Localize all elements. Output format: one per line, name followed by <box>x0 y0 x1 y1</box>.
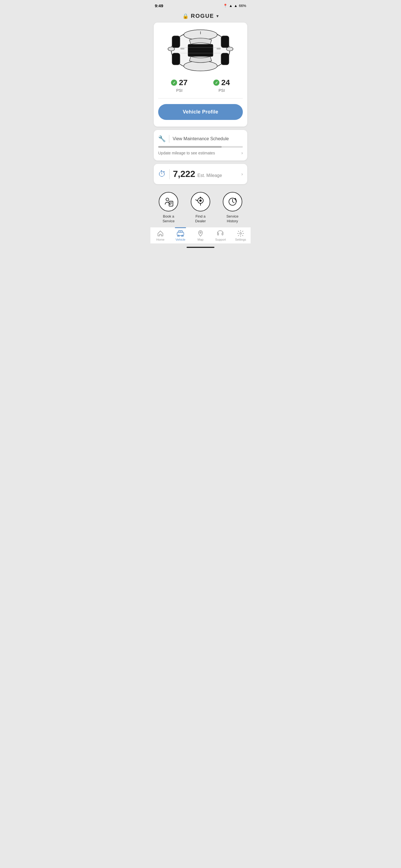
svg-rect-7 <box>172 36 180 48</box>
location-icon: 📍 <box>223 4 228 8</box>
settings-icon <box>237 230 244 237</box>
quick-actions: Book aService Find aDealer <box>150 187 251 227</box>
svg-rect-34 <box>218 233 219 235</box>
book-service-label: Book aService <box>163 214 175 224</box>
speedometer-icon: ⏱ <box>158 169 166 179</box>
car-top-view <box>164 28 237 72</box>
find-dealer-label: Find aDealer <box>195 214 206 224</box>
svg-point-22 <box>199 199 202 202</box>
svg-rect-15 <box>217 48 221 49</box>
map-icon <box>197 230 204 237</box>
svg-rect-32 <box>179 231 181 232</box>
maintenance-title: View Maintenance Schedule <box>173 136 243 141</box>
service-history-icon <box>228 197 237 207</box>
nav-active-indicator <box>175 227 186 228</box>
svg-rect-35 <box>222 233 223 235</box>
nav-support-label: Support <box>215 238 226 241</box>
svg-point-30 <box>178 235 179 237</box>
chevron-down-icon[interactable]: ▾ <box>217 13 219 19</box>
wrench-icon: 🔧 <box>158 135 166 143</box>
nav-settings[interactable]: Settings <box>231 230 251 241</box>
left-tire-check-icon: ✓ <box>171 80 177 86</box>
right-tire-unit: PSI <box>219 88 225 93</box>
left-tire-reading: ✓ 27 PSI <box>171 78 188 93</box>
service-history-action[interactable]: ServiceHistory <box>223 192 242 224</box>
mileage-card[interactable]: ⏱ 7,222 Est. Mileage › <box>154 164 247 184</box>
maintenance-card[interactable]: 🔧 View Maintenance Schedule Update milea… <box>154 130 247 160</box>
nav-home[interactable]: Home <box>150 230 170 241</box>
vehicle-name: ROGUE <box>191 13 214 19</box>
vehicle-icon <box>176 230 184 237</box>
svg-marker-24 <box>199 197 202 198</box>
progress-bar-background <box>158 146 243 148</box>
svg-point-16 <box>166 198 169 201</box>
find-dealer-circle <box>191 192 210 211</box>
home-bar <box>187 247 214 248</box>
wifi-icon: ▲ <box>229 4 232 8</box>
scroll-area: ✓ 27 PSI ✓ 24 PSI Vehicle Profile 🔧 View… <box>150 23 251 187</box>
right-tire-reading: ✓ 24 PSI <box>213 78 230 93</box>
svg-rect-10 <box>221 53 229 65</box>
service-history-label: ServiceHistory <box>226 214 238 224</box>
card-divider <box>158 98 243 98</box>
chevron-right-icon: › <box>241 151 243 156</box>
svg-point-36 <box>240 232 241 234</box>
maintenance-progress <box>158 146 243 148</box>
vehicle-profile-button[interactable]: Vehicle Profile <box>158 104 243 120</box>
maintenance-note: Update mileage to see estimates <box>158 151 215 155</box>
vehicle-card: ✓ 27 PSI ✓ 24 PSI Vehicle Profile <box>154 23 247 127</box>
header: 🔒 ROGUE ▾ <box>150 10 251 23</box>
find-dealer-action[interactable]: Find aDealer <box>191 192 210 224</box>
book-service-circle <box>159 192 178 211</box>
home-icon <box>157 230 164 237</box>
nav-home-label: Home <box>156 238 164 241</box>
right-tire-value: 24 <box>221 78 230 87</box>
nav-map[interactable]: Map <box>191 230 210 241</box>
nav-vehicle[interactable]: Vehicle <box>170 230 191 241</box>
status-icons: 📍 ▲ ▲ 66% <box>223 4 246 8</box>
book-service-icon <box>164 197 173 207</box>
support-icon <box>217 230 224 237</box>
vertical-divider <box>169 135 169 143</box>
progress-bar-fill <box>158 146 222 148</box>
nav-map-label: Map <box>197 238 203 241</box>
nav-vehicle-label: Vehicle <box>175 238 185 241</box>
tire-pressure-info: ✓ 27 PSI ✓ 24 PSI <box>158 78 243 93</box>
status-time: 9:49 <box>155 3 163 8</box>
mileage-chevron-right-icon: › <box>241 172 243 177</box>
nav-settings-label: Settings <box>235 238 246 241</box>
svg-rect-8 <box>221 36 229 48</box>
home-indicator <box>150 243 251 250</box>
book-service-action[interactable]: Book aService <box>159 192 178 224</box>
svg-line-27 <box>232 202 234 203</box>
service-history-circle <box>223 192 242 211</box>
svg-point-31 <box>181 235 183 237</box>
right-tire-check-icon: ✓ <box>213 80 220 86</box>
left-tire-unit: PSI <box>176 88 183 93</box>
svg-rect-9 <box>172 53 180 65</box>
status-bar: 9:49 📍 ▲ ▲ 66% <box>150 0 251 10</box>
battery-icon: 66% <box>239 4 246 8</box>
mileage-content: 7,222 Est. Mileage <box>173 169 238 179</box>
find-dealer-icon <box>196 197 205 207</box>
signal-icon: ▲ <box>234 4 237 8</box>
svg-rect-14 <box>180 48 184 49</box>
car-image-container <box>158 28 243 72</box>
mileage-label: Est. Mileage <box>197 173 222 178</box>
bottom-nav: Home Vehicle Map Support Settin <box>150 227 251 243</box>
left-tire-value: 27 <box>179 78 188 87</box>
mileage-value: 7,222 <box>173 169 195 179</box>
lock-icon: 🔒 <box>182 13 189 19</box>
nav-support[interactable]: Support <box>210 230 231 241</box>
svg-point-33 <box>200 232 201 233</box>
mileage-vertical-divider <box>169 169 170 179</box>
